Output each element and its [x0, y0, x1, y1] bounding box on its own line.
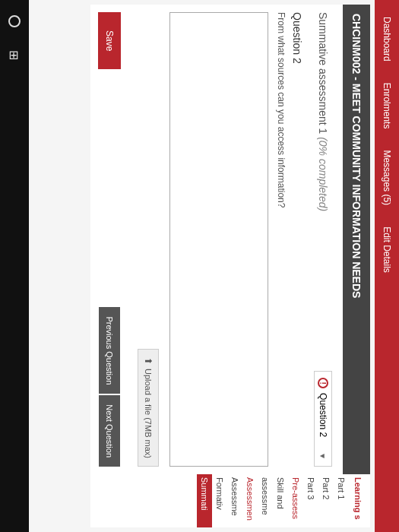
- save-button[interactable]: Save: [98, 12, 121, 69]
- sidebar-item[interactable]: Part 1: [334, 477, 349, 524]
- dropdown-label: Question 2: [318, 393, 328, 437]
- top-nav: Dashboard Enrolments Messages (5) Edit D…: [375, 0, 399, 532]
- next-question-button[interactable]: Next Question: [99, 395, 120, 467]
- question-dropdown[interactable]: ! Question 2 ▼: [314, 371, 332, 467]
- sidebar-item[interactable]: Skill and: [273, 477, 288, 524]
- assessment-title: Summative assessment 1 (0% completed): [317, 12, 329, 211]
- nav-dashboard[interactable]: Dashboard: [382, 6, 392, 72]
- course-header: CHCINM002 - MEET COMMUNITY INFORMATION N…: [343, 5, 370, 474]
- previous-question-button[interactable]: Previous Question: [99, 307, 120, 394]
- nav-messages[interactable]: Messages (5): [382, 139, 392, 216]
- sidebar-item[interactable]: Part 3: [303, 477, 318, 524]
- sidebar-heading: Learning s: [353, 477, 363, 524]
- sidebar-item[interactable]: Part 2: [318, 477, 334, 524]
- sidebar: Learning s Part 1 Part 2 Part 3 Pre-asse…: [90, 474, 370, 527]
- sidebar-item[interactable]: Assessme: [227, 477, 242, 524]
- chevron-down-icon: ▼: [319, 452, 328, 460]
- sidebar-item-active[interactable]: Summati: [197, 474, 212, 527]
- nav-edit-details[interactable]: Edit Details: [382, 216, 392, 283]
- sidebar-item[interactable]: Pre-assess: [288, 477, 303, 524]
- upload-icon: ⬆: [143, 357, 154, 365]
- task-view-icon[interactable]: ⊞: [8, 50, 22, 60]
- sidebar-item[interactable]: Formativ: [212, 477, 227, 524]
- alert-icon: !: [318, 378, 328, 388]
- question-text: From what sources can you access informa…: [276, 12, 287, 467]
- cortana-icon[interactable]: [8, 15, 21, 27]
- question-label: Question 2: [291, 12, 303, 467]
- nav-enrolments[interactable]: Enrolments: [382, 72, 392, 140]
- upload-file-button[interactable]: ⬆ Upload a file (7MB max): [138, 349, 159, 467]
- sidebar-item[interactable]: assessme: [258, 477, 273, 524]
- taskbar: ⊞: [0, 0, 29, 532]
- sidebar-item[interactable]: Assessmen: [242, 477, 258, 524]
- answer-textarea[interactable]: [169, 12, 268, 467]
